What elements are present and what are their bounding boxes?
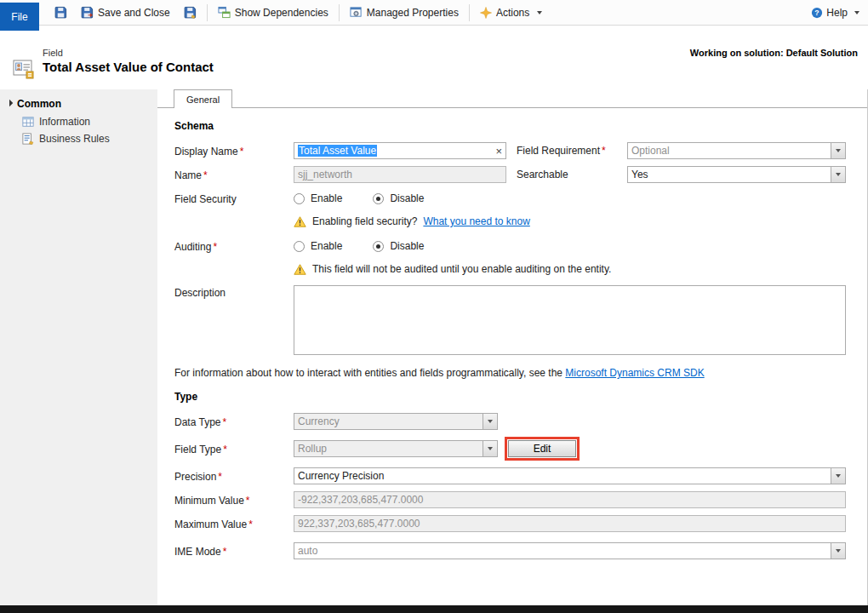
required-marker: * [223, 546, 227, 558]
precision-dropdown[interactable]: Currency Precision [294, 467, 846, 484]
help-menu[interactable]: ? Help [811, 7, 859, 19]
help-icon: ? [811, 7, 823, 19]
chevron-down-icon [483, 441, 497, 456]
save-as-button[interactable] [177, 3, 203, 23]
auditing-disable-radio[interactable] [373, 241, 384, 252]
label-text: Maximum Value [174, 518, 247, 530]
save-as-icon [184, 6, 197, 19]
edit-rollup-button[interactable]: Edit [508, 440, 576, 457]
managed-properties-label: Managed Properties [367, 7, 459, 19]
minimum-value-row: Minimum Value* -922,337,203,685,477.0000 [174, 491, 846, 508]
auditing-label: Auditing* [174, 239, 294, 253]
ime-mode-value: auto [294, 543, 831, 559]
required-marker: * [240, 146, 244, 158]
display-name-input[interactable]: Total Asset Value × [294, 142, 506, 159]
sidebar-group-label: Common [17, 98, 61, 110]
header-titles: Field Total Asset Value of Contact [43, 48, 214, 89]
required-marker: * [203, 169, 208, 181]
save-icon [54, 6, 67, 19]
chevron-down-icon [537, 11, 542, 14]
toolbar-separator [339, 4, 340, 21]
sidebar-item-information[interactable]: Information [0, 113, 157, 130]
managed-properties-icon [350, 6, 363, 19]
body: Common Information Business Rules Genera… [0, 89, 868, 605]
field-type-value: Rollup [294, 441, 483, 456]
sdk-link[interactable]: Microsoft Dynamics CRM SDK [565, 367, 704, 379]
sidebar-group-common[interactable]: Common [0, 95, 157, 113]
display-name-row: Display Name* Total Asset Value × Field … [174, 142, 846, 159]
minimum-value-input: -922,337,203,685,477.0000 [294, 491, 846, 508]
actions-button[interactable]: Actions [473, 3, 549, 23]
entity-type-label: Field [43, 48, 214, 58]
save-and-close-button[interactable]: Save and Close [74, 3, 177, 23]
file-tab[interactable]: File [0, 3, 39, 31]
disable-label: Disable [390, 240, 424, 252]
tab-general[interactable]: General [174, 89, 232, 108]
schema-section-heading: Schema [174, 120, 846, 132]
sdk-note: For information about how to interact wi… [174, 367, 846, 379]
required-marker: * [222, 416, 226, 428]
field-requirement-label: Field Requirement* [517, 145, 627, 157]
auditing-enable-radio[interactable] [294, 241, 305, 252]
show-dependencies-button[interactable]: Show Dependencies [211, 3, 335, 23]
managed-properties-button[interactable]: Managed Properties [343, 3, 465, 23]
data-type-dropdown: Currency [294, 413, 498, 430]
ime-mode-dropdown[interactable]: auto [294, 542, 846, 559]
precision-label: Precision* [174, 469, 294, 483]
label-text: Data Type [174, 416, 220, 428]
name-input: sjj_networth [294, 166, 506, 183]
working-solution-label: Working on solution: Default Solution [690, 48, 858, 89]
description-row: Description [174, 285, 846, 355]
sidebar-item-label: Information [39, 116, 90, 128]
toolbar-separator [469, 4, 470, 21]
searchable-dropdown[interactable]: Yes [627, 166, 846, 183]
security-warning-link[interactable]: What you need to know [423, 215, 529, 227]
required-marker: * [218, 471, 222, 483]
required-marker: * [223, 444, 227, 455]
save-button[interactable] [48, 3, 74, 23]
label-text: Field Security [174, 193, 237, 205]
form-content: Schema Display Name* Total Asset Value ×… [157, 108, 867, 605]
name-row: Name* sjj_networth Searchable Yes [174, 166, 846, 183]
page-header: Field Total Asset Value of Contact Worki… [0, 26, 868, 89]
display-name-value: Total Asset Value [298, 145, 377, 157]
chevron-down-icon[interactable] [831, 167, 845, 182]
description-textarea[interactable] [294, 285, 846, 355]
chevron-down-icon[interactable] [831, 543, 845, 559]
sidebar-item-business-rules[interactable]: Business Rules [0, 130, 157, 147]
show-dependencies-icon [218, 6, 231, 19]
auditing-row: Auditing* Enable Disable [174, 238, 846, 255]
auditing-warning: This field will not be audited until you… [294, 261, 846, 277]
maximum-value-input: 922,337,203,685,477.0000 [294, 515, 846, 532]
field-security-enable-radio[interactable] [294, 193, 305, 204]
label-text: Field Requirement [517, 145, 600, 157]
sdk-note-text: For information about how to interact wi… [174, 367, 565, 379]
save-and-close-label: Save and Close [98, 7, 170, 19]
maximum-value-label: Maximum Value* [174, 517, 294, 530]
type-section-heading: Type [174, 391, 846, 403]
field-requirement-dropdown[interactable]: Optional [627, 142, 846, 159]
label-text: Precision [174, 471, 216, 483]
required-marker: * [246, 495, 250, 507]
field-security-row: Field Security Enable Disable [174, 190, 846, 207]
ime-mode-row: IME Mode* auto [174, 542, 846, 559]
maximum-value-text: 922,337,203,685,477.0000 [298, 518, 420, 530]
security-warning-text: Enabling field security? [312, 215, 417, 227]
auditing-warning-text: This field will not be audited until you… [312, 263, 611, 275]
clear-x-icon[interactable]: × [495, 146, 502, 157]
business-rules-icon [22, 133, 34, 145]
maximum-value-row: Maximum Value* 922,337,203,685,477.0000 [174, 515, 846, 532]
sidebar: Common Information Business Rules [0, 89, 157, 605]
label-text: Searchable [517, 169, 568, 180]
disable-label: Disable [390, 192, 424, 204]
crm-field-editor-window: File Save and Close [0, 0, 868, 613]
tab-bar: General [157, 89, 867, 108]
required-marker: * [213, 241, 217, 253]
save-and-close-icon [81, 6, 94, 19]
chevron-down-icon[interactable] [831, 143, 845, 158]
chevron-down-icon[interactable] [831, 468, 845, 484]
field-security-disable-radio[interactable] [373, 193, 384, 204]
description-label: Description [174, 285, 294, 299]
warning-triangle-icon [294, 216, 306, 227]
sidebar-item-label: Business Rules [39, 133, 110, 145]
